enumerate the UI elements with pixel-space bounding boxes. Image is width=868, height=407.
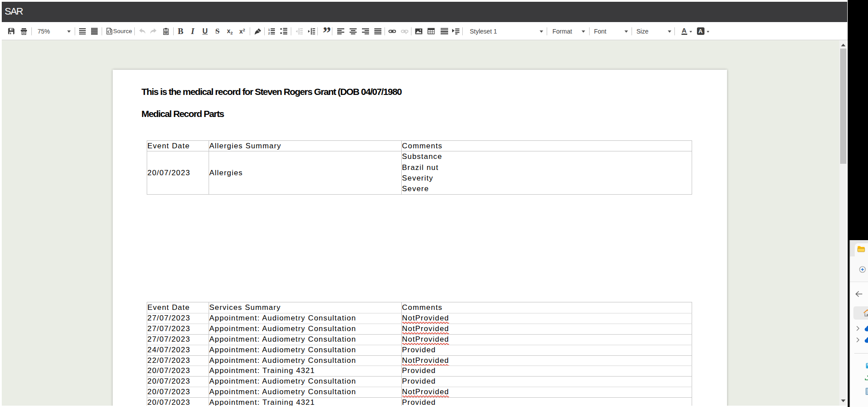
svg-text:W: W bbox=[164, 30, 167, 33]
svg-text:2: 2 bbox=[268, 32, 270, 34]
svg-text:1: 1 bbox=[268, 28, 270, 31]
